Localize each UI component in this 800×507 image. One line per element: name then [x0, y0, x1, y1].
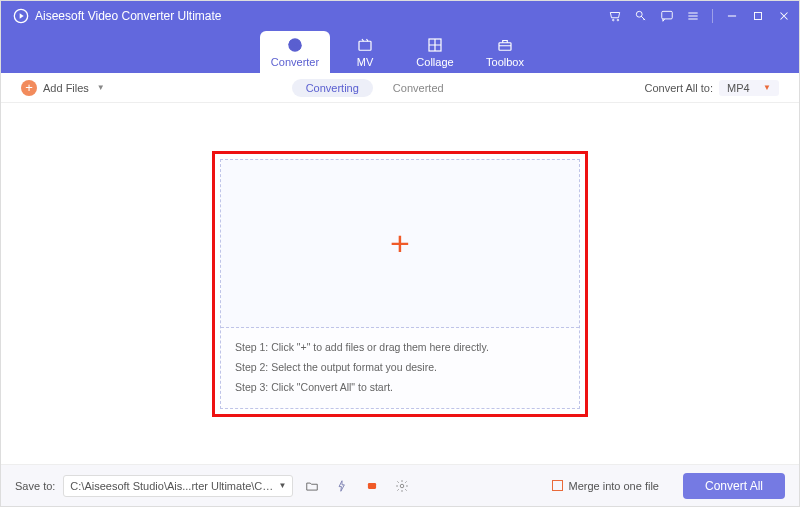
add-files-button[interactable]: + Add Files ▼	[21, 80, 105, 96]
convert-all-button[interactable]: Convert All	[683, 473, 785, 499]
chevron-down-icon: ▼	[278, 481, 286, 490]
plus-icon: +	[21, 80, 37, 96]
tab-mv[interactable]: MV	[330, 31, 400, 73]
format-select[interactable]: MP4 ▼	[719, 80, 779, 96]
save-to-select[interactable]: C:\Aiseesoft Studio\Ais...rter Ultimate\…	[63, 475, 293, 497]
big-plus-icon[interactable]: +	[390, 226, 410, 260]
converter-icon	[286, 36, 304, 54]
tab-collage[interactable]: Collage	[400, 31, 470, 73]
segment-converted[interactable]: Converted	[379, 79, 458, 97]
bottombar: Save to: C:\Aiseesoft Studio\Ais...rter …	[1, 464, 799, 506]
chevron-down-icon: ▼	[763, 83, 771, 92]
app-logo-icon	[13, 8, 29, 24]
merge-label: Merge into one file	[568, 480, 659, 492]
lightning-icon	[335, 479, 349, 493]
toolbar-center: Converting Converted	[105, 79, 645, 97]
save-to-path: C:\Aiseesoft Studio\Ais...rter Ultimate\…	[70, 480, 278, 492]
main-area: + Step 1: Click "+" to add files or drag…	[1, 103, 799, 464]
folder-icon	[305, 479, 319, 493]
menu-icon[interactable]	[686, 9, 700, 23]
step-2: Step 2: Select the output format you des…	[235, 358, 565, 378]
checkbox-icon	[552, 480, 563, 491]
svg-point-13	[401, 484, 405, 488]
convert-all-to: Convert All to: MP4 ▼	[645, 80, 779, 96]
gpu-button[interactable]	[361, 475, 383, 497]
feedback-icon[interactable]	[660, 9, 674, 23]
open-folder-button[interactable]	[301, 475, 323, 497]
header-tabs: Converter MV Collage Toolbox	[1, 31, 799, 73]
tab-converter[interactable]: Converter	[260, 31, 330, 73]
svg-point-8	[294, 44, 297, 47]
minimize-icon[interactable]	[725, 9, 739, 23]
cart-icon[interactable]	[608, 9, 622, 23]
titlebar-row: Aiseesoft Video Converter Ultimate	[1, 1, 799, 31]
add-files-label: Add Files	[43, 82, 89, 94]
tab-mv-label: MV	[357, 56, 374, 68]
convert-all-to-label: Convert All to:	[645, 82, 713, 94]
chevron-down-icon: ▼	[97, 83, 105, 92]
tab-converter-label: Converter	[271, 56, 319, 68]
tab-toolbox[interactable]: Toolbox	[470, 31, 540, 73]
titlebar: Aiseesoft Video Converter Ultimate Conve…	[1, 1, 799, 73]
step-3: Step 3: Click "Convert All" to start.	[235, 378, 565, 398]
svg-point-2	[612, 19, 614, 21]
merge-checkbox[interactable]: Merge into one file	[552, 480, 659, 492]
settings-button[interactable]	[391, 475, 413, 497]
toolbox-icon	[496, 36, 514, 54]
step-1: Step 1: Click "+" to add files or drag t…	[235, 338, 565, 358]
svg-point-3	[617, 19, 619, 21]
svg-rect-9	[359, 41, 371, 50]
gpu-icon	[365, 479, 379, 493]
maximize-icon[interactable]	[751, 9, 765, 23]
svg-rect-11	[499, 43, 511, 51]
dropzone-steps: Step 1: Click "+" to add files or drag t…	[221, 328, 579, 408]
highlight-box: + Step 1: Click "+" to add files or drag…	[212, 151, 588, 417]
mv-icon	[356, 36, 374, 54]
app-title: Aiseesoft Video Converter Ultimate	[35, 9, 222, 23]
save-to-label: Save to:	[15, 480, 55, 492]
svg-rect-12	[368, 483, 376, 489]
close-icon[interactable]	[777, 9, 791, 23]
dropzone-top[interactable]: +	[221, 160, 579, 328]
dropzone[interactable]: + Step 1: Click "+" to add files or drag…	[220, 159, 580, 409]
collage-icon	[426, 36, 444, 54]
gear-icon	[395, 479, 409, 493]
app-window: Aiseesoft Video Converter Ultimate Conve…	[0, 0, 800, 507]
tab-collage-label: Collage	[416, 56, 453, 68]
svg-marker-1	[20, 13, 24, 18]
segment-converting[interactable]: Converting	[292, 79, 373, 97]
format-value: MP4	[727, 82, 750, 94]
titlebar-actions	[608, 9, 791, 23]
hardware-accel-button[interactable]	[331, 475, 353, 497]
key-icon[interactable]	[634, 9, 648, 23]
toolbar: + Add Files ▼ Converting Converted Conve…	[1, 73, 799, 103]
svg-rect-6	[755, 13, 762, 20]
tab-toolbox-label: Toolbox	[486, 56, 524, 68]
